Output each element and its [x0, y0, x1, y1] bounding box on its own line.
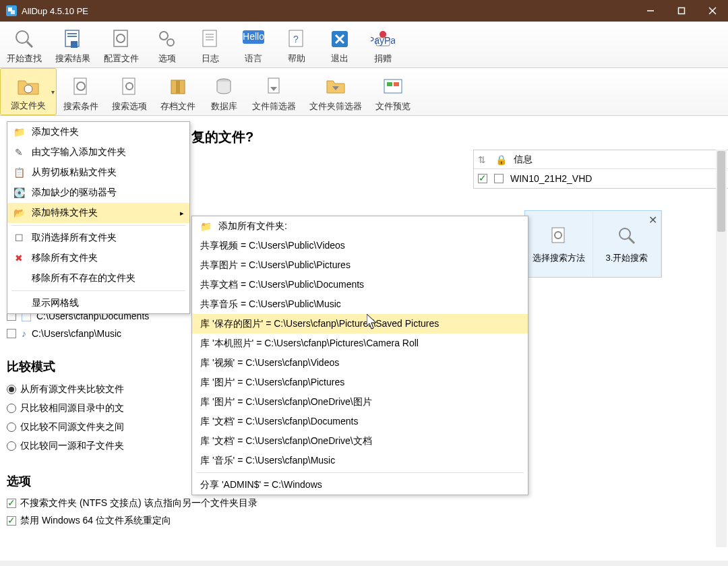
compare-mode-section: 比较模式 从所有源文件夹比较文件 只比较相同源目录中的文 仅比较不同源文件夹之间… — [7, 354, 124, 455]
compare-title: 比较模式 — [7, 358, 124, 375]
compare-option-4[interactable]: 仅比较同一源和子文件夹 — [7, 437, 124, 455]
file-funnel-icon — [264, 75, 285, 99]
compare-option-2[interactable]: 只比较相同源目录中的文 — [7, 399, 124, 418]
hello-icon: Hello — [241, 27, 266, 51]
heading-fragment: 复的文件? — [191, 128, 253, 146]
options-button[interactable]: 选项 — [146, 22, 189, 67]
submenu-item[interactable]: 库 '文档' = C:\Users\cfanp\OneDrive\文档 — [192, 431, 528, 451]
svg-line-8 — [27, 42, 32, 47]
submenu-item[interactable]: 库 '音乐' = C:\Users\cfanp\Music — [192, 451, 528, 470]
submenu-item[interactable]: 库 '文档' = C:\Users\cfanp\Documents — [192, 412, 528, 431]
submenu-item[interactable]: 库 '保存的图片' = C:\Users\cfanp\Pictures\Save… — [192, 314, 528, 334]
submenu-item[interactable]: 共享音乐 = C:\Users\Public\Music — [192, 294, 528, 314]
source-folders-button[interactable]: 源文件夹 ▾ — [0, 68, 57, 115]
log-button[interactable]: 日志 — [189, 22, 232, 67]
folder-path: C:\Users\cfanp\Music — [32, 328, 121, 339]
menu-add-folder[interactable]: 📁添加文件夹 — [7, 122, 189, 142]
database-button[interactable]: 数据库 — [202, 68, 245, 115]
main-toolbar: 开始查找 搜索结果 配置文件 选项 日志 Hello 语言 ? 帮助 退出 Pa… — [0, 22, 728, 68]
submenu-item[interactable]: 库 '图片' = C:\Users\cfanp\Pictures — [192, 373, 528, 392]
maximize-button[interactable] — [666, 0, 697, 22]
special-folder-icon: 📂 — [13, 208, 25, 218]
close-button[interactable] — [697, 0, 728, 22]
overview-close-button[interactable]: ✕ — [648, 214, 657, 226]
sub-toolbar: 源文件夹 ▾ 搜索条件 搜索选项 存档文件 数据库 文件筛选器 文件夹筛选器 文… — [0, 68, 728, 116]
svg-rect-40 — [387, 82, 392, 86]
row-checkbox[interactable] — [478, 174, 487, 183]
svg-point-7 — [16, 31, 28, 43]
svg-rect-10 — [67, 33, 77, 34]
folder-add-icon: 📁 — [200, 221, 212, 232]
svg-point-44 — [619, 228, 630, 239]
folder-filter-button[interactable]: 文件夹筛选器 — [303, 68, 369, 115]
preview-icon — [382, 75, 404, 99]
lock-icon: 🔒 — [495, 154, 507, 165]
tree-icon: ⇅ — [478, 154, 489, 165]
file-preview-button[interactable]: 文件预览 — [369, 68, 417, 115]
svg-rect-39 — [384, 80, 402, 93]
submenu-item[interactable]: 共享视频 = C:\Users\Public\Videos — [192, 236, 528, 255]
radio-icon — [7, 422, 16, 432]
start-search-button[interactable]: 开始查找 — [0, 22, 49, 67]
submenu-item[interactable]: 库 '本机照片' = C:\Users\cfanp\Pictures\Camer… — [192, 334, 528, 353]
submenu-item[interactable]: 分享 'ADMIN$' = C:\Windows — [192, 475, 528, 495]
submenu-item[interactable]: 共享图片 = C:\Users\Public\Pictures — [192, 255, 528, 275]
exit-button[interactable]: 退出 — [318, 22, 361, 67]
titlebar: AllDup 4.5.10 PE — [0, 0, 728, 22]
menu-show-gridlines[interactable]: 显示网格线 — [7, 293, 189, 313]
folder-checkbox[interactable] — [7, 329, 16, 338]
magnifier-icon — [13, 27, 36, 51]
menu-remove-nonexistent[interactable]: 移除所有不存在的文件夹 — [7, 268, 189, 288]
submenu-item[interactable]: 库 '图片' = C:\Users\cfanp\OneDrive\图片 — [192, 392, 528, 412]
submenu-item[interactable]: 共享文档 = C:\Users\Public\Documents — [192, 275, 528, 294]
menu-separator — [11, 290, 185, 291]
svg-rect-4 — [679, 8, 685, 14]
language-button[interactable]: Hello 语言 — [232, 22, 275, 67]
option-skip-ntfs-junction[interactable]: 不搜索文件夹 (NTFS 交接点) 该点指向另一个文件夹目录 — [7, 495, 257, 512]
archive-files-button[interactable]: 存档文件 — [154, 68, 202, 115]
help-button[interactable]: ? 帮助 — [275, 22, 318, 67]
info-table: ⇅ 🔒 信息 + WIN10_21H2_VHD — [473, 150, 728, 189]
row-checkbox-2[interactable] — [494, 174, 504, 183]
config-file-button[interactable]: 配置文件 — [97, 22, 146, 67]
checkbox-empty-icon: ☐ — [13, 232, 25, 243]
source-folder-menu: 📁添加文件夹 ✎由文字输入添加文件夹 📋从剪切板粘贴文件夹 💽添加缺少的驱动器号… — [7, 121, 190, 314]
menu-paste-clipboard[interactable]: 📋从剪切板粘贴文件夹 — [7, 162, 189, 183]
log-icon — [199, 27, 222, 51]
text-input-icon: ✎ — [13, 147, 25, 158]
svg-rect-17 — [203, 30, 216, 46]
menu-add-special-folder[interactable]: 📂添加特殊文件夹▸ — [7, 203, 189, 223]
info-column-header: 信息 — [514, 154, 533, 166]
search-options-button[interactable]: 搜索选项 — [105, 68, 154, 115]
search-results-button[interactable]: 搜索结果 — [49, 22, 97, 67]
submenu-header[interactable]: 📁 添加所有文件夹: — [192, 216, 528, 236]
svg-text:Hello: Hello — [243, 31, 264, 42]
list-item[interactable]: ♪ C:\Users\cfanp\Music — [7, 325, 149, 342]
compare-option-3[interactable]: 仅比较不同源文件夹之间 — [7, 418, 124, 437]
remove-icon: ✖ — [13, 253, 25, 263]
gear-doc-icon — [110, 27, 133, 51]
menu-add-missing-drive[interactable]: 💽添加缺少的驱动器号 — [7, 183, 189, 203]
compare-option-1[interactable]: 从所有源文件夹比较文件 — [7, 380, 124, 399]
submenu-item[interactable]: 库 '视频' = C:\Users\cfanp\Videos — [192, 353, 528, 373]
help-icon: ? — [285, 27, 308, 51]
svg-rect-2 — [11, 10, 15, 14]
search-criteria-button[interactable]: 搜索条件 — [57, 68, 105, 115]
option-disable-wow64-redirect[interactable]: 禁用 Windows 64 位文件系统重定向 — [7, 512, 257, 530]
file-filter-button[interactable]: 文件筛选器 — [245, 68, 303, 115]
svg-line-45 — [629, 238, 634, 243]
doc-gear-icon — [119, 75, 140, 99]
svg-text:?: ? — [293, 34, 299, 44]
overview-step-select-method[interactable]: 选择搜索方法 — [525, 211, 593, 277]
chevron-right-icon: ▸ — [180, 209, 184, 218]
doc-lens-icon — [70, 75, 92, 99]
donate-button[interactable]: PayPal 捐赠 — [361, 22, 404, 67]
menu-remove-all[interactable]: ✖移除所有文件夹 — [7, 248, 189, 268]
menu-add-from-text[interactable]: ✎由文字输入添加文件夹 — [7, 142, 189, 162]
drive-icon: 💽 — [13, 187, 25, 198]
vertical-scrollbar[interactable] — [716, 150, 727, 547]
radio-icon — [7, 441, 16, 451]
menu-deselect-all[interactable]: ☐取消选择所有文件夹 — [7, 228, 189, 248]
clipboard-icon: 📋 — [13, 167, 25, 178]
minimize-button[interactable] — [635, 0, 666, 22]
